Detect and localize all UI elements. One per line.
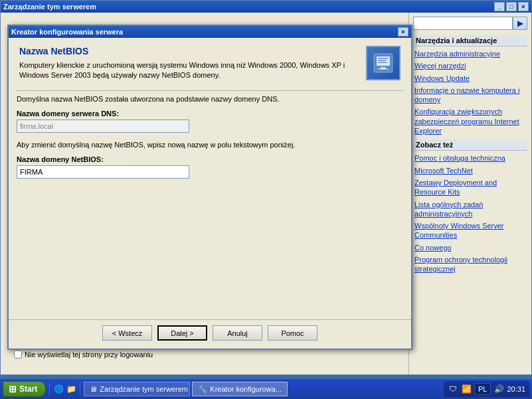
windows-update-link[interactable]: Windows Update <box>413 72 527 84</box>
security-program-link[interactable]: Program ochrony technologii strategiczne… <box>413 254 527 276</box>
whats-new-link[interactable]: Co nowego <box>413 242 527 254</box>
main-content: Kreator konfigurowania serwera × Nazwa N… <box>1 13 531 374</box>
manage-server-icon: 🖥 <box>90 385 97 393</box>
dont-show-checkbox[interactable] <box>14 351 22 359</box>
cancel-button[interactable]: Anuluj <box>213 325 262 341</box>
language-indicator[interactable]: PL <box>474 383 491 395</box>
speaker-icon: 🔊 <box>493 384 504 394</box>
help-button[interactable]: Pomoc <box>268 325 317 341</box>
computer-name-link[interactable]: Informacje o nazwie komputera i domeny <box>413 84 527 106</box>
main-titlebar-buttons: _ □ × <box>494 2 529 11</box>
change-text: Aby zmienić domyślną nazwę NetBIOS, wpis… <box>17 141 403 149</box>
netbios-label: Nazwa domeny NetBIOS: <box>17 155 403 163</box>
search-input[interactable] <box>413 17 513 30</box>
search-arrow-icon: ▶ <box>517 19 523 28</box>
explorer-icon[interactable]: 📁 <box>66 384 76 394</box>
help-support-link[interactable]: Pomoc i obsługa techniczna <box>413 152 527 164</box>
ie-icon[interactable]: 🌐 <box>53 384 64 394</box>
taskbar-wizard-label: Kreator konfigurowa... <box>210 385 282 393</box>
bottom-checkbox-area: Nie wyświetlaj tej strony przy logowaniu <box>14 351 153 359</box>
dialog-header: Nazwa NetBIOS Komputery klienckie z uruc… <box>17 43 403 84</box>
ie-security-link[interactable]: Konfiguracja zwiększonych zabezpieczeń p… <box>413 106 527 137</box>
dialog-close-btn[interactable]: × <box>398 27 408 37</box>
dialog-header-desc: Komputery klienckie z uruchomioną wersją… <box>19 60 361 81</box>
dialog-window: Kreator konfigurowania serwera × Nazwa N… <box>7 25 412 350</box>
back-button[interactable]: < Wstecz <box>102 325 152 341</box>
windows-logo-icon: ⊞ <box>9 384 17 394</box>
deployment-kits-link[interactable]: Zestawy Deployment and Resource Kits <box>413 177 527 199</box>
main-window-title: Zarządzanie tym serwerem <box>3 3 494 11</box>
technet-link[interactable]: Microsoft TechNet <box>413 165 527 177</box>
svg-rect-3 <box>378 68 389 70</box>
dialog-titlebar: Kreator konfigurowania serwera × <box>9 26 411 38</box>
netbios-input[interactable] <box>17 165 189 179</box>
admin-tools-link[interactable]: Narzędzia administracyjne <box>413 48 527 60</box>
main-window: Zarządzanie tym serwerem _ □ × Kreator k… <box>0 0 532 375</box>
dialog-info-text: Domyślna nazwa NetBIOS została utworzona… <box>17 95 403 103</box>
dns-label: Nazwa domeny serwera DNS: <box>17 110 403 118</box>
dialog-body: Nazwa NetBIOS Komputery klienckie z uruc… <box>9 38 411 319</box>
dont-show-label: Nie wyświetlaj tej strony przy logowaniu <box>25 351 153 359</box>
dialog-header-title: Nazwa NetBIOS <box>19 46 361 56</box>
tools-section-title: Narzędzia i aktualizacje <box>413 35 527 46</box>
main-titlebar: Zarządzanie tym serwerem _ □ × <box>1 1 531 13</box>
taskbar-sep-2 <box>80 382 80 396</box>
tasks-list-link[interactable]: Lista ogólnych zadań administracyjnych <box>413 199 527 220</box>
see-also-title: Zobacz też <box>413 139 527 151</box>
more-tools-link[interactable]: Więcej narzędzi <box>413 60 527 72</box>
left-panel: Kreator konfigurowania serwera × Nazwa N… <box>1 13 408 374</box>
clock: 20:31 <box>507 385 525 393</box>
communities-link[interactable]: Wspólnoty Windows Server Communities <box>413 220 527 242</box>
dialog-title: Kreator konfigurowania serwera <box>11 28 398 36</box>
main-maximize-btn[interactable]: □ <box>506 2 517 11</box>
right-panel: ▶ Narzędzia i aktualizacje Narzędzia adm… <box>408 13 531 374</box>
network-icon: 📶 <box>461 384 472 394</box>
dialog-buttons: < Wstecz Dalej > Anuluj Pomoc <box>9 319 411 349</box>
svg-rect-1 <box>377 56 390 66</box>
taskbar-manage-server[interactable]: 🖥 Zarządzanie tym serwerem <box>84 382 190 396</box>
taskbar-manage-label: Zarządzanie tym serwerem <box>100 385 188 393</box>
taskbar: ⊞ Start 🌐 📁 🖥 Zarządzanie tym serwerem 🔧… <box>0 379 532 399</box>
taskbar-wizard[interactable]: 🔧 Kreator konfigurowa... <box>192 382 288 396</box>
dialog-header-content: Nazwa NetBIOS Komputery klienckie z uruc… <box>19 46 361 81</box>
dialog-icon <box>366 46 400 80</box>
taskbar-sep-1 <box>49 382 50 396</box>
system-tray: 🛡 📶 PL 🔊 20:31 <box>444 381 529 397</box>
dialog-separator-1 <box>17 90 403 91</box>
start-label: Start <box>19 384 37 394</box>
dns-input[interactable] <box>17 120 189 133</box>
start-button[interactable]: ⊞ Start <box>3 381 46 397</box>
desktop: Zarządzanie tym serwerem _ □ × Kreator k… <box>0 0 532 399</box>
main-minimize-btn[interactable]: _ <box>494 2 505 11</box>
search-button[interactable]: ▶ <box>513 17 527 30</box>
search-area: ▶ <box>413 17 527 30</box>
next-button[interactable]: Dalej > <box>157 325 207 341</box>
main-close-btn[interactable]: × <box>518 2 529 11</box>
shield-icon: 🛡 <box>448 384 458 394</box>
dialog-icon-svg <box>371 51 395 75</box>
wizard-icon: 🔧 <box>198 385 207 394</box>
